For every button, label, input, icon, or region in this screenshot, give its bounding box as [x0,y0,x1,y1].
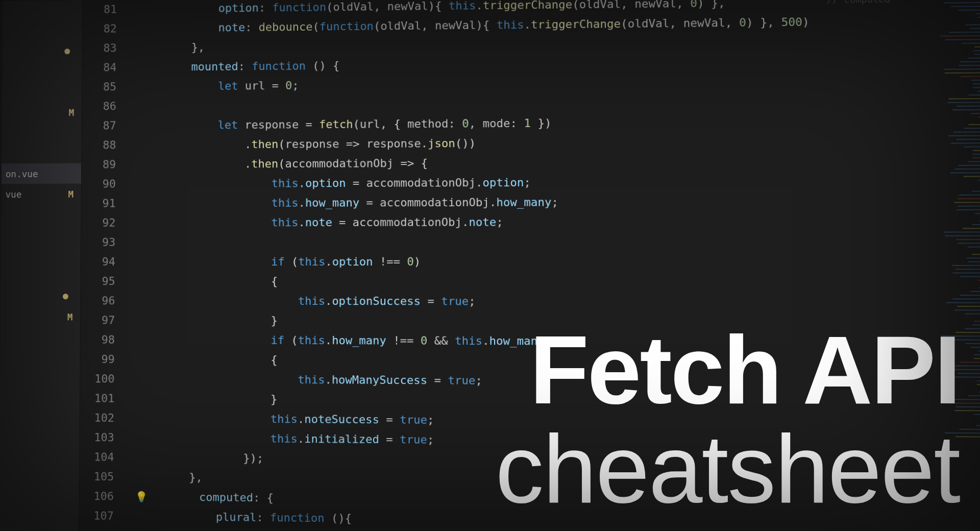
line-number: 101 [80,389,127,408]
minimap-line [977,116,980,117]
file-name: on.vue [6,168,38,179]
explorer-row [3,61,82,82]
minimap-line [968,395,980,396]
minimap-line [968,161,980,162]
code-line[interactable]: } [136,311,902,332]
line-number: 104 [80,447,126,467]
code-editor[interactable]: // computed 8182838485868788899091929394… [79,0,980,531]
minimap-line [955,269,980,270]
minimap-line [948,369,980,370]
code-line[interactable]: if (this.how_many !== 0 && this.how_many… [136,330,902,352]
lightbulb-icon[interactable]: 💡 [135,487,145,507]
minimap-line [964,176,980,177]
line-number: 93 [81,233,128,252]
explorer-row [2,82,82,103]
minimap-line [940,35,980,37]
minimap-line [971,80,980,81]
explorer-row[interactable]: vueM [2,184,81,204]
modified-badge: M [68,188,74,199]
minimap-line [952,273,980,274]
code-line[interactable]: if (this.option !== 0) [136,252,902,272]
code-line[interactable]: this.optionSuccess = true; [136,291,902,312]
minimap-line [955,436,980,438]
minimap-line [952,109,980,111]
minimap-line [974,321,980,322]
minimap-line [965,343,980,344]
minimap-line [958,243,980,244]
line-number: 89 [82,155,128,174]
minimap-line [971,113,980,114]
minimap-line [949,32,980,33]
line-number: 84 [82,58,129,78]
minimap-line [965,313,980,315]
minimap-line [968,94,980,95]
minimap-line [960,276,980,277]
minimap-line [952,265,980,266]
explorer-row [0,388,80,409]
minimap-line [963,228,980,229]
minimap-line [970,291,980,292]
code-line[interactable]: { [136,272,902,292]
line-number: 91 [82,194,128,213]
explorer-row[interactable]: M [2,102,82,123]
code-line[interactable]: this.note = accommodationObj.note; [137,211,902,232]
minimap-line [964,128,980,129]
minimap-line [946,302,980,303]
minimap-line [976,425,980,426]
code-line[interactable]: { [136,350,902,373]
minimap-line [945,432,980,434]
minimap-line [975,13,980,14]
file-explorer[interactable]: Mon.vuevueMM [0,0,83,531]
editor-window: Mon.vuevueMM // computed 818283848586878… [0,0,980,531]
explorer-row [0,409,80,430]
explorer-row[interactable]: M [1,306,81,327]
explorer-row [2,143,81,164]
line-number: 94 [81,252,128,272]
minimap-line [957,198,980,199]
minimap-line [968,261,980,262]
code-line[interactable]: .then(accommodationObj => { [137,151,902,174]
code-line[interactable]: this.how_many = accommodationObj.how_man… [137,191,902,213]
minimap-line [954,309,980,310]
minimap-line [975,213,980,214]
minimap-line [957,306,980,307]
minimap-line [948,98,980,100]
minimap-line [953,298,980,299]
code-line[interactable]: this.option = accommodationObj.option; [137,172,901,194]
minimap-line [960,429,980,430]
code-line[interactable]: .then(response => response.json()) [137,131,901,155]
minimap-line [972,224,980,225]
minimap-line [955,366,980,367]
line-number: 97 [81,310,127,330]
minimap-line [965,24,980,26]
minimap-line [970,347,980,348]
explorer-row[interactable] [3,41,82,62]
line-number: 90 [82,174,128,194]
code-line[interactable] [137,232,902,252]
minimap-line [974,414,980,415]
minimap-line [953,376,980,377]
minimap-line [970,28,980,29]
line-number: 102 [80,408,127,428]
minimap-line [968,247,980,248]
explorer-row[interactable] [1,286,80,306]
minimap[interactable] [906,0,980,531]
minimap-line [969,124,980,125]
explorer-row [1,204,81,225]
line-number: 85 [82,77,129,97]
minimap-line [967,257,980,258]
minimap-line [973,50,980,51]
explorer-row[interactable]: on.vue [2,163,81,184]
minimap-line [959,165,980,166]
line-number: 83 [83,38,129,58]
line-number: 103 [80,428,126,448]
minimap-line [956,239,980,240]
minimap-line [958,373,980,374]
code-area[interactable]: option: function(oldVal, newVal){ this.t… [135,0,903,531]
minimap-line [957,209,980,210]
minimap-line [948,135,980,137]
minimap-line [955,168,980,170]
minimap-line [956,406,980,408]
minimap-line [973,83,980,84]
line-number: 87 [82,116,129,136]
